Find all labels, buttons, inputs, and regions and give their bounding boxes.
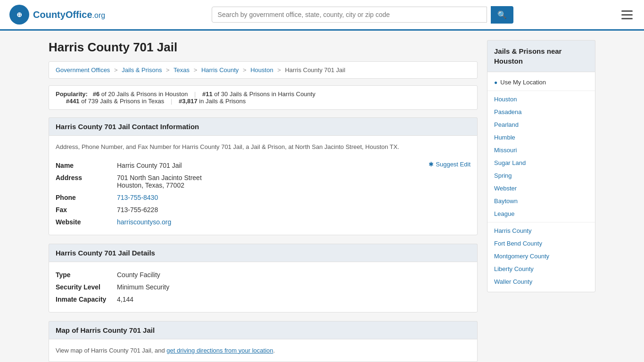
table-row: Address 701 North San Jacinto Street Hou… bbox=[56, 172, 471, 191]
table-row: Security Level Minimum Security bbox=[56, 281, 471, 293]
breadcrumb-link-harris[interactable]: Harris County bbox=[201, 66, 239, 74]
breadcrumb-link-govt[interactable]: Government Offices bbox=[56, 66, 110, 74]
phone-label: Phone bbox=[56, 191, 117, 204]
sidebar-item-league[interactable]: League bbox=[487, 207, 595, 220]
table-row: Phone 713-755-8430 bbox=[56, 191, 471, 204]
map-section: Map of Harris County 701 Jail View map o… bbox=[49, 321, 478, 362]
main-content: Harris County 701 Jail Government Office… bbox=[49, 40, 478, 362]
sidebar-item-missouri[interactable]: Missouri bbox=[487, 144, 595, 156]
type-label: Type bbox=[56, 269, 117, 281]
rank4-desc: in Jails & Prisons bbox=[199, 98, 246, 105]
website-label: Website bbox=[56, 216, 117, 228]
sidebar-item-pasadena[interactable]: Pasadena bbox=[487, 106, 595, 118]
sidebar-link-humble[interactable]: Humble bbox=[494, 134, 515, 141]
search-input[interactable] bbox=[212, 7, 487, 23]
rank3-desc: of 739 Jails & Prisons in Texas bbox=[81, 98, 164, 105]
sidebar-link-webster[interactable]: Webster bbox=[494, 185, 517, 192]
sidebar-item-waller[interactable]: Waller County bbox=[487, 275, 595, 288]
rank1: #6 bbox=[93, 90, 99, 98]
sidebar-item-sugarland[interactable]: Sugar Land bbox=[487, 156, 595, 169]
contact-table: Name Harris County 701 Jail ✱ Suggest Ed… bbox=[56, 159, 471, 228]
sidebar-divider bbox=[487, 90, 595, 91]
name-label: Name bbox=[56, 159, 117, 172]
sidebar-item-fort-bend[interactable]: Fort Bend County bbox=[487, 237, 595, 250]
popularity-label: Popularity: bbox=[56, 90, 88, 98]
logo-icon: ⊕ bbox=[9, 5, 29, 25]
rank4: #3,817 bbox=[179, 98, 198, 105]
table-row: Fax 713-755-6228 bbox=[56, 204, 471, 216]
sidebar-item-harris-county[interactable]: Harris County bbox=[487, 224, 595, 237]
search-button[interactable]: 🔍 bbox=[491, 6, 513, 24]
breadcrumb-link-houston[interactable]: Houston bbox=[250, 66, 273, 74]
table-row: Website harriscountyso.org bbox=[56, 216, 471, 228]
details-card: Type County Facility Security Level Mini… bbox=[49, 262, 478, 313]
address-label: Address bbox=[56, 172, 117, 191]
sidebar: Jails & Prisons near Houston ● Use My Lo… bbox=[487, 40, 595, 362]
location-icon: ● bbox=[494, 79, 497, 86]
page-container: Harris County 701 Jail Government Office… bbox=[39, 31, 605, 362]
table-row: Inmate Capacity 4,144 bbox=[56, 293, 471, 305]
suggest-edit-button[interactable]: ✱ Suggest Edit bbox=[429, 161, 471, 168]
sidebar-item-pearland[interactable]: Pearland bbox=[487, 118, 595, 131]
sidebar-link-league[interactable]: League bbox=[494, 210, 514, 217]
sidebar-link-baytown[interactable]: Baytown bbox=[494, 197, 518, 205]
sidebar-link-liberty[interactable]: Liberty County bbox=[494, 265, 534, 272]
sidebar-link-sugarland[interactable]: Sugar Land bbox=[494, 159, 526, 166]
breadcrumb-link-jails[interactable]: Jails & Prisons bbox=[122, 66, 162, 74]
capacity-label: Inmate Capacity bbox=[56, 293, 117, 305]
table-row: Name Harris County 701 Jail ✱ Suggest Ed… bbox=[56, 159, 471, 172]
sidebar-link-harris-county[interactable]: Harris County bbox=[494, 227, 531, 234]
sidebar-item-humble[interactable]: Humble bbox=[487, 131, 595, 144]
name-value: Harris County 701 Jail bbox=[117, 162, 182, 169]
rank2: #11 bbox=[202, 90, 213, 98]
sidebar-link-spring[interactable]: Spring bbox=[494, 172, 512, 179]
sidebar-link-montgomery[interactable]: Montgomery County bbox=[494, 253, 549, 260]
sidebar-link-waller[interactable]: Waller County bbox=[494, 278, 532, 285]
map-card: View map of Harris County 701 Jail, and … bbox=[49, 339, 478, 362]
suggest-edit-icon: ✱ bbox=[429, 161, 434, 168]
logo-text: CountyOffice.org bbox=[33, 9, 105, 20]
sidebar-item-spring[interactable]: Spring bbox=[487, 169, 595, 182]
security-value: Minimum Security bbox=[117, 281, 471, 293]
table-row: Type County Facility bbox=[56, 269, 471, 281]
phone-link[interactable]: 713-755-8430 bbox=[117, 194, 158, 201]
breadcrumb-link-texas[interactable]: Texas bbox=[173, 66, 190, 74]
address-line1: 701 North San Jacinto Street bbox=[117, 174, 471, 181]
website-link[interactable]: harriscountyso.org bbox=[117, 218, 171, 226]
fax-label: Fax bbox=[56, 204, 117, 216]
security-label: Security Level bbox=[56, 281, 117, 293]
rank1-desc: of 20 Jails & Prisons in Houston bbox=[101, 90, 188, 98]
sidebar-item-montgomery[interactable]: Montgomery County bbox=[487, 250, 595, 263]
menu-icon bbox=[621, 10, 633, 12]
sidebar-link-missouri[interactable]: Missouri bbox=[494, 147, 517, 154]
use-my-location-button[interactable]: ● Use My Location bbox=[487, 76, 595, 89]
breadcrumb: Government Offices > Jails & Prisons > T… bbox=[49, 61, 478, 79]
map-section-header: Map of Harris County 701 Jail bbox=[49, 321, 478, 339]
sidebar-item-baytown[interactable]: Baytown bbox=[487, 195, 595, 207]
rank3: #441 bbox=[66, 98, 80, 105]
sidebar-item-houston[interactable]: Houston bbox=[487, 93, 595, 106]
page-title: Harris County 701 Jail bbox=[49, 40, 478, 55]
search-icon: 🔍 bbox=[497, 11, 507, 19]
details-table: Type County Facility Security Level Mini… bbox=[56, 269, 471, 305]
site-header: ⊕ CountyOffice.org 🔍 bbox=[0, 0, 644, 31]
contact-card: Address, Phone Number, and Fax Number fo… bbox=[49, 135, 478, 235]
breadcrumb-current: Harris County 701 Jail bbox=[285, 66, 345, 74]
details-section-header: Harris County 701 Jail Details bbox=[49, 244, 478, 262]
menu-button[interactable] bbox=[619, 8, 635, 21]
search-area: 🔍 bbox=[212, 6, 513, 24]
svg-text:⊕: ⊕ bbox=[17, 11, 22, 18]
sidebar-header: Jails & Prisons near Houston bbox=[487, 40, 595, 72]
popularity-bar: Popularity: #6 of 20 Jails & Prisons in … bbox=[49, 85, 478, 110]
sidebar-item-liberty[interactable]: Liberty County bbox=[487, 263, 595, 275]
sidebar-link-pearland[interactable]: Pearland bbox=[494, 121, 519, 128]
sidebar-item-webster[interactable]: Webster bbox=[487, 182, 595, 195]
sidebar-link-fort-bend[interactable]: Fort Bend County bbox=[494, 240, 542, 247]
address-line2: Houston, Texas, 77002 bbox=[117, 181, 471, 189]
contact-description: Address, Phone Number, and Fax Number fo… bbox=[56, 142, 471, 152]
sidebar-link-pasadena[interactable]: Pasadena bbox=[494, 108, 522, 115]
suggest-edit-label: Suggest Edit bbox=[436, 161, 471, 168]
driving-directions-link[interactable]: get driving directions from your locatio… bbox=[166, 347, 273, 354]
rank2-desc: of 30 Jails & Prisons in Harris County bbox=[214, 90, 315, 98]
sidebar-link-houston[interactable]: Houston bbox=[494, 96, 517, 103]
